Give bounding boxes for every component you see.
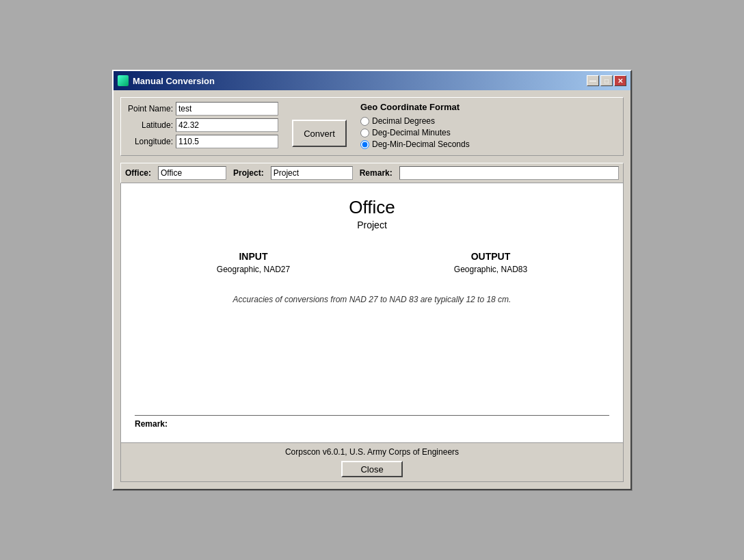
longitude-row: Longitude: [125, 135, 278, 148]
remark-bottom: Remark: [135, 415, 609, 429]
window-title: Manual Conversion [133, 76, 215, 86]
project-label: Project: [233, 168, 264, 178]
radio-deg-decimal-minutes: Deg-Decimal Minutes [360, 128, 619, 137]
radio-decimal-degrees: Decimal Degrees [360, 116, 619, 126]
content-project-name: Project [135, 219, 609, 230]
title-bar-left: Manual Conversion [118, 75, 215, 86]
radio-deg-min-decimal-seconds-input[interactable] [360, 140, 369, 149]
main-window: Manual Conversion — □ ✕ Point Name: Lati… [112, 70, 632, 490]
radio-deg-decimal-minutes-label: Deg-Decimal Minutes [372, 128, 451, 137]
top-section: Point Name: Latitude: Longitude: Convert… [120, 97, 624, 156]
app-icon [118, 75, 129, 86]
close-button[interactable]: Close [341, 461, 403, 477]
latitude-row: Latitude: [125, 118, 278, 132]
longitude-input[interactable] [176, 135, 278, 148]
input-value: Geographic, NAD27 [217, 265, 290, 274]
point-name-label: Point Name: [125, 104, 173, 114]
office-project-bar: Office: Project: Remark: [120, 163, 624, 183]
output-value: Geographic, NAD83 [454, 265, 527, 274]
minimize-button[interactable]: — [587, 75, 599, 86]
input-col: INPUT Geographic, NAD27 [217, 251, 290, 274]
office-input[interactable] [158, 166, 226, 180]
remark-bottom-label: Remark: [135, 419, 168, 429]
point-name-input[interactable] [176, 102, 278, 116]
radio-deg-min-decimal-seconds: Deg-Min-Decimal Seconds [360, 139, 619, 149]
maximize-button[interactable]: □ [600, 75, 613, 86]
longitude-label: Longitude: [125, 137, 173, 146]
point-name-row: Point Name: [125, 102, 278, 116]
output-label: OUTPUT [454, 251, 527, 262]
title-buttons: — □ ✕ [587, 75, 626, 86]
convert-button[interactable]: Convert [292, 120, 347, 147]
office-label: Office: [125, 168, 151, 178]
project-input[interactable] [271, 166, 353, 180]
close-window-button[interactable]: ✕ [614, 75, 626, 86]
radio-decimal-degrees-input[interactable] [360, 117, 369, 126]
geo-format-section: Geo Coordinate Format Decimal Degrees De… [360, 102, 619, 151]
left-fields: Point Name: Latitude: Longitude: [125, 102, 278, 151]
spacer [135, 304, 609, 408]
convert-btn-wrapper: Convert [292, 102, 347, 151]
radio-deg-min-decimal-seconds-label: Deg-Min-Decimal Seconds [372, 139, 470, 149]
accuracy-note: Accuracies of conversions from NAD 27 to… [135, 295, 609, 304]
input-label: INPUT [217, 251, 290, 262]
radio-decimal-degrees-label: Decimal Degrees [372, 116, 435, 126]
geo-format-title: Geo Coordinate Format [360, 102, 619, 112]
output-col: OUTPUT Geographic, NAD83 [454, 251, 527, 274]
content-office-name: Office [135, 197, 609, 218]
bottom-section: Corpscon v6.0.1, U.S. Army Corps of Engi… [120, 443, 624, 482]
window-body: Point Name: Latitude: Longitude: Convert… [114, 90, 630, 489]
remark-label: Remark: [360, 168, 393, 178]
content-header: Office Project [135, 197, 609, 230]
latitude-label: Latitude: [125, 120, 173, 130]
radio-deg-decimal-minutes-input[interactable] [360, 129, 369, 137]
remark-input[interactable] [399, 166, 619, 180]
main-content: Office Project INPUT Geographic, NAD27 O… [120, 183, 624, 443]
title-bar: Manual Conversion — □ ✕ [114, 71, 630, 90]
corpscon-text: Corpscon v6.0.1, U.S. Army Corps of Engi… [125, 447, 619, 457]
latitude-input[interactable] [176, 118, 278, 132]
io-row: INPUT Geographic, NAD27 OUTPUT Geographi… [135, 251, 609, 274]
